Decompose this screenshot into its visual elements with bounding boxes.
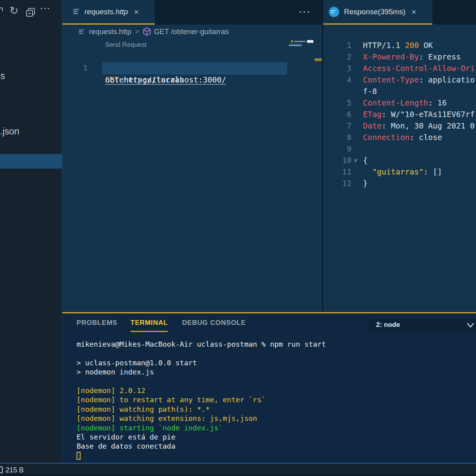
terminal-selector-value: 2: node [376,321,400,329]
explorer-sidebar: ↻ ··· s .json [0,0,62,463]
terminal-selector-dropdown[interactable]: 2: node [369,319,476,332]
tab-label: Response(395ms) [344,8,405,16]
response-code-text: } [363,178,368,189]
chevron-right-icon: > [135,28,139,36]
selected-file-row[interactable] [0,154,62,169]
response-line: 1HTTP/1.1 200 OK [323,40,476,51]
tab-response[interactable]: Response(395ms) × [323,0,432,25]
refresh-icon[interactable]: ↻ [10,6,19,16]
terminal-line: [nodemon] watching path(s): *.* [77,405,473,414]
response-line: 7Date: Mon, 30 Aug 2021 0 [323,120,476,132]
response-line: 6ETag: W/"10-eTAs11EV67rf [323,109,476,120]
editor-more-actions-icon[interactable]: ··· [299,7,311,17]
file-size-status[interactable]: 215 B [6,466,24,474]
terminal-cursor [77,452,81,460]
response-code-text: Content-Length: 16 [363,97,447,109]
line-number: 1 [323,40,351,51]
response-editor[interactable]: 1HTTP/1.1 200 OK2X-Powered-By: Express3A… [323,25,476,312]
rest-client-response-icon [329,7,339,17]
response-line: 12} [323,178,476,189]
line-number: 9 [323,143,351,155]
line-number: 2 [323,51,351,63]
breadcrumb: requests.http > GET /obtener-guitarras [62,25,322,38]
terminal-line: El servidor está de pie [77,432,473,441]
tab-strip: requests.http × ··· [62,0,322,25]
breadcrumb-symbol[interactable]: GET /obtener-guitarras [154,27,229,36]
line-number: 7 [323,120,351,132]
terminal-line: > nodemon index.js [77,367,473,376]
window-bottom-edge [0,474,476,476]
line-number: 4 [323,74,351,86]
tab-terminal[interactable]: TERMINAL [131,319,168,332]
tab-label: requests.http [84,8,128,16]
editor-requests-http[interactable]: Send Request 1 GET http://localhost:3000… [62,38,322,312]
terminal-line: [nodemon] to restart at any time, enter … [77,395,473,404]
vscode-window: ↻ ··· s .json requests.http [0,0,476,476]
response-code-text: f-8 [363,86,377,97]
response-line: 2X-Powered-By: Express [323,51,476,63]
request-symbol-icon [143,27,151,36]
response-code-text: HTTP/1.1 200 OK [363,40,433,51]
response-code-text: ETag: W/"10-eTAs11EV67rf [363,109,475,120]
line-number: 5 [323,97,351,109]
breadcrumb-file[interactable]: requests.http [89,27,131,36]
code-line: 1 GET http://localhost:3000/ [62,50,322,62]
editor-group-requests: requests.http × ··· requests.http > GET … [62,0,322,312]
tab-debug-console[interactable]: DEBUG CONSOLE [182,319,246,332]
code-line-wrap: obtener-guitarras [62,62,322,74]
http-file-icon [73,8,81,16]
fold-chevron-icon[interactable]: ∨ [354,155,357,166]
file-item-fragment[interactable]: s [0,71,5,81]
explorer-actions: ↻ ··· [0,6,62,21]
terminal-line: [nodemon] 2.0.12 [77,386,473,395]
http-file-icon [78,28,85,35]
terminal-line [77,377,473,386]
close-icon[interactable]: × [411,8,416,16]
editor-group-response: Response(395ms) × 1HTTP/1.1 200 OK2X-Pow… [323,0,476,312]
terminal-line: Base de datos conectada [77,441,473,451]
line-number: 8 [323,132,351,143]
response-line: 11 "guitarras": [] [323,166,476,178]
line-number: 6 [323,109,351,120]
response-line: 5Content-Length: 16 [323,97,476,109]
tab-strip: Response(395ms) × [323,0,476,25]
file-item-fragment[interactable]: .json [0,126,19,137]
status-icon-fragment [0,466,3,473]
tab-problems[interactable]: PROBLEMS [77,319,117,332]
line-number: 3 [323,63,351,74]
more-actions-icon[interactable]: ··· [40,4,51,13]
terminal-line: [nodemon] starting `node index.js` [77,423,473,432]
response-line: 3Access-Control-Allow-Ori [323,63,476,74]
terminal-line [77,349,473,358]
terminal-line: > uclass-postman@1.0.0 start [77,358,473,367]
line-number: 11 [323,166,351,178]
collapse-folders-icon[interactable] [25,7,36,17]
response-line: 10∨{ [323,155,476,166]
response-code-text: Date: Mon, 30 Aug 2021 0 [363,120,475,132]
response-code-text: "guitarras": [] [363,166,442,178]
response-code-text: Connection: close [363,132,442,143]
response-code-text: Access-Control-Allow-Ori [363,63,475,74]
request-url-link[interactable]: obtener-guitarras [105,75,184,84]
terminal-output[interactable]: mikenieva@Mikes-MacBook-Air uclass-postm… [77,340,473,460]
tab-requests-http[interactable]: requests.http × [62,0,155,25]
response-line: 9 [323,143,476,155]
close-icon[interactable]: × [134,8,139,16]
new-file-icon[interactable] [0,7,4,17]
line-number: 12 [323,178,351,189]
chevron-down-icon [466,322,474,328]
overview-ruler-mark[interactable] [315,58,322,61]
bottom-panel: PROBLEMS TERMINAL DEBUG CONSOLE 2: node … [62,313,476,463]
response-code-text: Content-Type: applicatio [363,74,475,86]
response-line: 4Content-Type: applicatio [323,74,476,86]
terminal-line: mikenieva@Mikes-MacBook-Air uclass-postm… [77,340,473,349]
send-request-codelens[interactable]: Send Request [105,41,147,48]
response-line: f-8 [323,86,476,97]
line-number: 10 [323,155,351,166]
response-line: 8Connection: close [323,132,476,143]
response-code-text: { [363,155,368,166]
response-code-text: X-Powered-By: Express [363,51,461,63]
minimap[interactable] [289,38,314,312]
terminal-line: [nodemon] watching extensions: js,mjs,js… [77,414,473,423]
